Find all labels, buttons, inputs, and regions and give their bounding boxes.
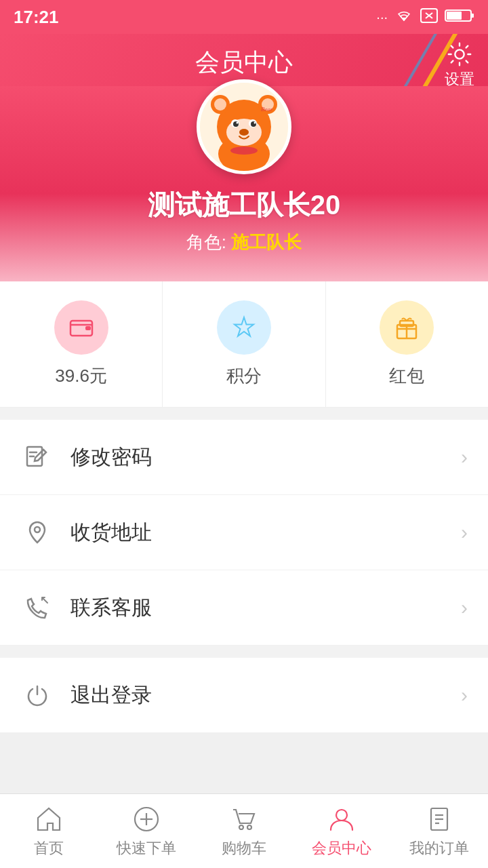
status-bar: 17:21 ··· [0, 0, 488, 34]
nav-cart-label: 购物车 [222, 838, 266, 859]
bottom-nav: 首页 快速下单 购物车 会员中心 我的订 [0, 793, 488, 868]
arrow-icon-3: › [461, 596, 468, 619]
stat-balance[interactable]: 39.6元 [0, 281, 163, 407]
menu-shipping-address[interactable]: 收货地址 › [0, 495, 488, 570]
svg-point-36 [247, 825, 251, 829]
shipping-address-label: 收货地址 [70, 519, 461, 547]
power-icon [20, 678, 54, 712]
nav-home-label: 首页 [34, 838, 64, 859]
phone-icon [20, 591, 54, 625]
change-password-label: 修改密码 [70, 443, 461, 471]
nav-quick-order-label: 快速下单 [117, 838, 176, 859]
close-icon [420, 8, 438, 26]
wallet-icon-circle [54, 300, 108, 355]
battery-icon [445, 8, 474, 26]
customer-service-label: 联系客服 [70, 594, 461, 622]
role-row: 角色: 施工队长 [186, 231, 302, 254]
gift-icon-circle [380, 300, 434, 355]
nav-quick-order[interactable]: 快速下单 [98, 794, 195, 868]
page-header: 会员中心 设置 [0, 34, 488, 86]
settings-button[interactable]: 设置 [445, 41, 474, 86]
svg-rect-5 [447, 12, 462, 20]
avatar: Bear [197, 79, 291, 174]
svg-point-20 [254, 122, 256, 124]
username: 测试施工队长20 [148, 186, 341, 224]
svg-rect-27 [400, 321, 413, 326]
stat-balance-label: 39.6元 [55, 364, 107, 388]
nav-member-center-label: 会员中心 [312, 838, 371, 859]
arrow-icon-4: › [461, 684, 468, 707]
role-label: 角色: [186, 232, 231, 252]
wifi-icon [394, 8, 413, 26]
stat-redpacket-label: 红包 [389, 364, 424, 388]
arrow-icon: › [461, 446, 468, 469]
stat-points[interactable]: 积分 [163, 281, 325, 407]
stat-redpacket[interactable]: 红包 [326, 281, 488, 407]
svg-point-11 [214, 98, 226, 111]
svg-point-37 [336, 810, 347, 821]
location-icon [20, 515, 54, 549]
menu-section: 修改密码 › 收货地址 › 联系客服 › [0, 420, 488, 646]
role-value: 施工队长 [231, 232, 302, 252]
menu-customer-service[interactable]: 联系客服 › [0, 570, 488, 646]
logout-section: 退出登录 › [0, 658, 488, 733]
svg-point-35 [239, 825, 243, 829]
svg-rect-4 [471, 14, 474, 18]
nav-cart[interactable]: 购物车 [195, 794, 293, 868]
svg-point-22 [230, 146, 258, 155]
nav-member-center[interactable]: 会员中心 [293, 794, 390, 868]
menu-logout[interactable]: 退出登录 › [0, 658, 488, 733]
star-icon-circle [217, 300, 271, 355]
status-icons: ··· [376, 8, 474, 26]
edit-icon [20, 440, 54, 474]
settings-label: 设置 [445, 69, 474, 86]
svg-point-19 [237, 122, 239, 124]
profile-section: Bear 测试施工队长20 角色: 施工队长 [0, 86, 488, 281]
signal-icon: ··· [376, 9, 388, 25]
stats-row: 39.6元 积分 红包 [0, 281, 488, 408]
stat-points-label: 积分 [226, 364, 262, 388]
svg-point-21 [239, 129, 249, 136]
svg-point-6 [455, 50, 464, 58]
nav-my-orders-label: 我的订单 [409, 838, 469, 859]
status-time: 17:21 [14, 7, 59, 28]
svg-text:Bear: Bear [261, 106, 273, 113]
svg-rect-25 [85, 326, 91, 330]
nav-my-orders[interactable]: 我的订单 [390, 794, 488, 868]
nav-home[interactable]: 首页 [0, 794, 98, 868]
logout-label: 退出登录 [70, 682, 461, 709]
svg-point-31 [35, 527, 40, 532]
menu-change-password[interactable]: 修改密码 › [0, 420, 488, 495]
arrow-icon-2: › [461, 521, 468, 544]
